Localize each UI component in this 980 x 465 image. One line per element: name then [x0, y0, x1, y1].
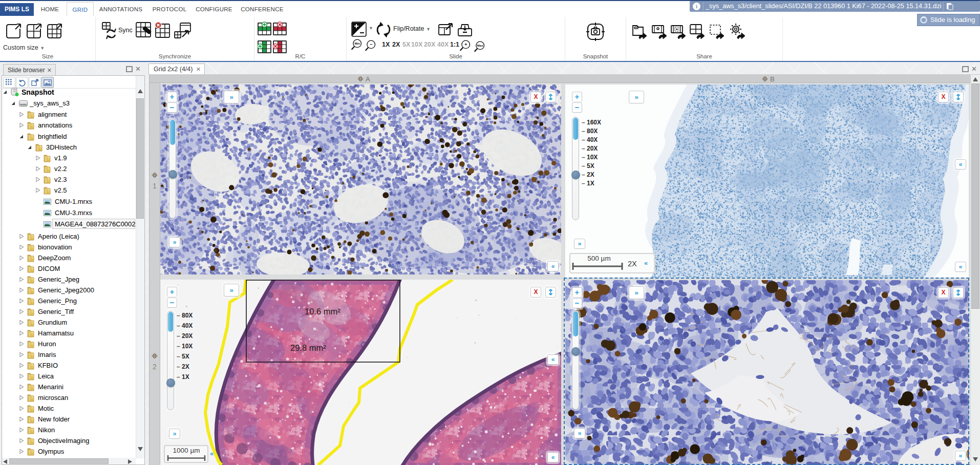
- svg-text:Min: Min: [354, 41, 360, 45]
- svg-text:−: −: [370, 42, 373, 47]
- svg-text:10.6 mm²: 10.6 mm²: [305, 307, 340, 316]
- svg-text:Max: Max: [477, 44, 483, 47]
- svg-text:+: +: [464, 42, 467, 47]
- svg-text:29.8 mm²: 29.8 mm²: [290, 343, 326, 352]
